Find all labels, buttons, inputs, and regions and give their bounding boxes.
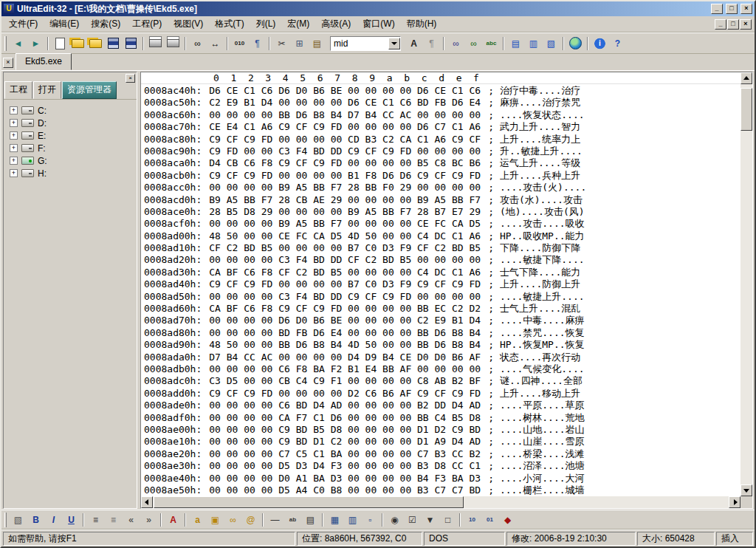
- list-box-icon[interactable]: ▤: [302, 512, 319, 528]
- hex-row[interactable]: 0008ac70h:CE E4 C1 A6 C9 CF C9 FD 00 00 …: [144, 121, 739, 133]
- cut-icon[interactable]: ✂: [273, 35, 290, 52]
- expand-icon[interactable]: +: [10, 169, 18, 177]
- save-all-icon[interactable]: [123, 35, 140, 52]
- hex-bytes[interactable]: 00 00 00 00 BB D6 B8 B4 D7 B4 CC AC 00 0…: [209, 109, 481, 120]
- hex-bytes[interactable]: 00 00 00 00 B9 A5 BB F7 28 BB F0 29 00 0…: [209, 182, 481, 193]
- hex-row[interactable]: 0008adb0h:00 00 00 00 C6 F8 BA F2 B1 E4 …: [144, 363, 739, 375]
- find-icon[interactable]: ∞: [189, 35, 206, 52]
- hex-row[interactable]: 0008ae40h:00 00 00 00 D0 A1 BA D3 00 00 …: [144, 473, 739, 484]
- hex-bytes[interactable]: CA BF C6 F8 CF C2 BD B5 00 00 00 00 C4 D…: [209, 267, 481, 278]
- indent-icon[interactable]: »: [140, 512, 157, 528]
- hex-row[interactable]: 0008ac40h:D6 CE C1 C6 D6 D0 B6 BE 00 00 …: [144, 85, 739, 97]
- menu-edit[interactable]: 编辑(E): [44, 16, 85, 32]
- menu-format[interactable]: 格式(T): [209, 16, 250, 32]
- close-panel-icon[interactable]: ×: [126, 74, 135, 83]
- tree-item-e[interactable]: + E:: [5, 129, 135, 142]
- hex-content[interactable]: 0008ac40h:D6 CE C1 C6 D6 D0 B6 BE 00 00 …: [144, 85, 739, 496]
- nav-forward-icon[interactable]: ►: [27, 35, 44, 52]
- find-next-icon[interactable]: ∞: [465, 35, 482, 52]
- menu-project[interactable]: 工程(P): [126, 16, 168, 32]
- push-button-icon[interactable]: □: [439, 512, 456, 528]
- restore-button[interactable]: □: [726, 4, 738, 14]
- menu-macro[interactable]: 宏(M): [281, 16, 315, 32]
- checkbox-icon[interactable]: ☑: [404, 512, 421, 528]
- tile-vertical-icon[interactable]: ▥: [525, 35, 542, 52]
- minimize-button[interactable]: _: [711, 4, 723, 14]
- table-cell-icon[interactable]: ▫: [362, 512, 379, 528]
- close-button[interactable]: ×: [740, 4, 752, 14]
- underline-icon[interactable]: U: [63, 512, 80, 528]
- font-icon[interactable]: A: [405, 35, 422, 52]
- bullet-list-icon[interactable]: ≡: [105, 512, 122, 528]
- hex-row[interactable]: 0008ac60h:00 00 00 00 BB D6 B8 B4 D7 B4 …: [144, 109, 739, 121]
- expand-icon[interactable]: +: [10, 131, 18, 140]
- hex-row[interactable]: 0008ad50h:00 00 00 00 C3 F4 BD DD C9 CF …: [144, 291, 739, 303]
- hex-row[interactable]: 0008ad70h:00 00 00 00 D6 D0 B6 BE 00 00 …: [144, 315, 739, 326]
- hex-bytes[interactable]: B9 A5 BB F7 28 CB AE 29 00 00 00 00 B9 A…: [209, 194, 481, 205]
- hex-row[interactable]: 0008acf0h:00 00 00 00 B9 A5 BB F7 00 00 …: [144, 218, 739, 230]
- scroll-left-icon[interactable]: [141, 496, 153, 508]
- hex-bytes[interactable]: 00 00 00 00 BD FB D6 E4 00 00 00 00 BB D…: [209, 327, 481, 338]
- anchor-tag-icon[interactable]: a: [189, 512, 206, 528]
- tree-item-f[interactable]: + F:: [5, 142, 135, 154]
- tab-open[interactable]: 打开: [33, 81, 61, 99]
- file-tab-ekd5[interactable]: Ekd5.exe: [16, 53, 72, 70]
- replace-icon[interactable]: ↔: [207, 35, 224, 52]
- hex-row[interactable]: 0008adf0h:00 00 00 00 CA F7 C1 D6 00 00 …: [144, 412, 739, 424]
- hex-bytes[interactable]: C9 FD 00 00 C3 F4 BD DD C9 CF C9 FD 00 0…: [209, 145, 481, 157]
- menu-advanced[interactable]: 高级(A): [315, 16, 357, 32]
- vertical-scroll-thumb[interactable]: [740, 88, 752, 131]
- hex-row[interactable]: 0008ad60h:CA BF C6 F8 C9 CF C9 FD 00 00 …: [144, 303, 739, 315]
- hex-bytes[interactable]: 00 00 00 00 D6 D0 B6 BE 00 00 00 00 C2 E…: [209, 315, 481, 326]
- tree-item-d[interactable]: + D:: [5, 117, 135, 129]
- copy-icon[interactable]: ⊞: [291, 35, 308, 52]
- hex-10-icon[interactable]: 10: [464, 512, 481, 528]
- spell-check-icon[interactable]: abc: [483, 35, 500, 52]
- menu-window[interactable]: 窗口(W): [357, 16, 400, 32]
- hex-row[interactable]: 0008aca0h:D4 CB C6 F8 C9 CF C9 FD 00 00 …: [144, 157, 739, 169]
- hex-bytes[interactable]: CA BF C6 F8 C9 CF C9 FD 00 00 00 00 BB E…: [209, 303, 481, 314]
- horizontal-rule-icon[interactable]: —: [267, 512, 284, 528]
- hex-row[interactable]: 0008ad10h:CF C2 BD B5 00 00 00 00 B7 C0 …: [144, 242, 739, 254]
- italic-icon[interactable]: I: [45, 512, 62, 528]
- font-color-icon[interactable]: A: [165, 512, 182, 528]
- hex-bytes[interactable]: 00 00 00 00 C6 F8 BA F2 B1 E4 BB AF 00 0…: [209, 363, 481, 374]
- tree-item-g[interactable]: + G:: [5, 154, 135, 167]
- hex-bytes[interactable]: 00 00 00 00 C7 C5 C1 BA 00 00 00 00 C7 B…: [209, 448, 481, 459]
- numbered-list-icon[interactable]: ≡: [87, 512, 104, 528]
- mdi-minimize-button[interactable]: _: [715, 19, 726, 30]
- dropdown-icon[interactable]: ▼: [422, 512, 439, 528]
- hex-bytes[interactable]: C3 D5 00 00 CB C4 C9 F1 00 00 00 00 C8 A…: [209, 375, 481, 386]
- mdi-restore-button[interactable]: □: [727, 19, 739, 30]
- hex-row[interactable]: 0008ac90h:C9 FD 00 00 C3 F4 BD DD C9 CF …: [144, 145, 739, 157]
- hex-bytes[interactable]: 00 00 00 00 C3 F4 BD DD CF C2 BD B5 00 0…: [209, 254, 481, 265]
- hex-bytes[interactable]: 48 50 00 00 CE FC CA D5 4D 50 00 00 C4 D…: [209, 230, 481, 242]
- hex-row[interactable]: 0008ade0h:00 00 00 00 C6 BD D4 AD 00 00 …: [144, 400, 739, 411]
- hex-bytes[interactable]: 48 50 00 00 BB D6 B8 B4 4D 50 00 00 BB D…: [209, 339, 481, 350]
- table-icon[interactable]: ▦: [326, 512, 343, 528]
- image-tag-icon[interactable]: ▣: [207, 512, 224, 528]
- paste-icon[interactable]: ▤: [309, 35, 326, 52]
- hex-01-icon[interactable]: 01: [481, 512, 498, 528]
- hex-row[interactable]: 0008ac80h:C9 CF C9 FD 00 00 00 00 CD B3 …: [144, 134, 739, 145]
- scroll-down-icon[interactable]: [740, 484, 752, 496]
- hex-bytes[interactable]: 00 00 00 00 C9 BD D1 C2 00 00 00 00 D1 A…: [209, 436, 481, 447]
- hex-row[interactable]: 0008ad00h:48 50 00 00 CE FC CA D5 4D 50 …: [144, 230, 739, 242]
- hex-edit-icon[interactable]: 010: [231, 35, 248, 52]
- toolbar-gripper[interactable]: [4, 513, 7, 527]
- hex-bytes[interactable]: 28 B5 D8 29 00 00 00 00 B9 A5 BB F7 28 B…: [209, 206, 481, 217]
- hex-bytes[interactable]: C9 CF C9 FD 00 00 00 00 CD B3 C2 CA C1 A…: [209, 134, 481, 145]
- mdi-close-button[interactable]: ×: [740, 19, 752, 30]
- hex-bytes[interactable]: CE E4 C1 A6 C9 CF C9 FD 00 00 00 00 D6 C…: [209, 121, 481, 132]
- expand-icon[interactable]: +: [10, 106, 18, 114]
- tree-item-h[interactable]: + H:: [5, 167, 135, 179]
- expand-icon[interactable]: +: [10, 119, 18, 127]
- view-source-icon[interactable]: ▧: [10, 512, 27, 528]
- nav-back-icon[interactable]: ◄: [10, 35, 27, 52]
- hex-row[interactable]: 0008ad40h:C9 CF C9 FD 00 00 00 00 B7 C0 …: [144, 278, 739, 290]
- ftp-open-icon[interactable]: [87, 35, 104, 52]
- radio-button-icon[interactable]: ◉: [386, 512, 403, 528]
- link-tag-icon[interactable]: ∞: [224, 512, 241, 528]
- hex-row[interactable]: 0008adc0h:C3 D5 00 00 CB C4 C9 F1 00 00 …: [144, 375, 739, 387]
- font-size-combobox[interactable]: mid: [330, 36, 401, 51]
